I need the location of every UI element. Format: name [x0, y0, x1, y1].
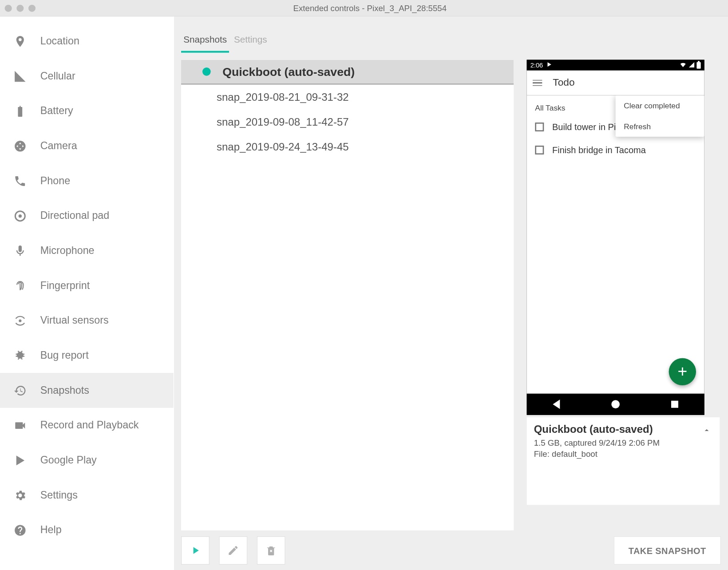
app-title: Todo	[553, 77, 574, 89]
detail-title: Quickboot (auto-saved)	[534, 423, 713, 435]
sidebar-item-label: Location	[40, 35, 79, 48]
checkbox-icon[interactable]	[535, 123, 544, 131]
sidebar-item-label: Google Play	[40, 454, 97, 467]
sidebar-item-virtual-sensors[interactable]: Virtual sensors	[0, 303, 174, 338]
fingerprint-icon	[13, 278, 27, 293]
sidebar-item-snapshots[interactable]: Snapshots	[0, 373, 174, 408]
snapshot-row[interactable]: snap_2019-08-21_09-31-32	[181, 85, 514, 110]
sidebar-item-label: Directional pad	[40, 210, 110, 222]
body: Location Cellular Battery Camera Phone D…	[0, 16, 728, 570]
sidebar-item-microphone[interactable]: Microphone	[0, 233, 174, 268]
play-store-icon	[546, 62, 552, 69]
expand-toggle[interactable]	[702, 426, 711, 438]
menu-item-clear[interactable]: Clear completed	[616, 95, 704, 116]
sensors-icon	[13, 313, 27, 328]
app-toolbar: Todo	[527, 71, 704, 95]
snapshot-header-label: Quickboot (auto-saved)	[222, 65, 355, 79]
sidebar-item-phone[interactable]: Phone	[0, 163, 174, 198]
sidebar-item-settings[interactable]: Settings	[0, 478, 174, 513]
sidebar-item-location[interactable]: Location	[0, 24, 174, 59]
cellular-icon	[13, 69, 27, 83]
snapshot-name: snap_2019-09-24_13-49-45	[217, 141, 349, 153]
sidebar-item-google-play[interactable]: Google Play	[0, 443, 174, 478]
gear-icon	[13, 488, 27, 502]
back-button-icon[interactable]	[553, 400, 560, 409]
dpad-icon	[13, 209, 27, 223]
svg-point-1	[19, 214, 22, 217]
recents-button-icon[interactable]	[671, 401, 678, 408]
checkbox-icon[interactable]	[535, 146, 544, 154]
location-icon	[13, 34, 27, 48]
sidebar-item-label: Snapshots	[40, 384, 89, 396]
phone-icon	[13, 174, 27, 188]
trash-icon	[265, 545, 277, 557]
take-snapshot-button[interactable]: TAKE SNAPSHOT	[613, 536, 721, 565]
wifi-icon	[680, 61, 687, 69]
fab-add[interactable]: +	[669, 358, 696, 385]
snapshot-row[interactable]: snap_2019-09-08_11-42-57	[181, 110, 514, 135]
zoom-dot[interactable]	[28, 4, 36, 12]
sidebar-item-label: Record and Playback	[40, 419, 139, 431]
window-title: Extended controls - Pixel_3_API_28:5554	[36, 3, 728, 12]
sidebar: Location Cellular Battery Camera Phone D…	[0, 16, 174, 570]
sidebar-item-help[interactable]: Help	[0, 513, 174, 548]
snapshot-area: Quickboot (auto-saved) snap_2019-08-21_0…	[174, 53, 728, 530]
edit-snapshot-button[interactable]	[219, 536, 247, 565]
sidebar-item-cellular[interactable]: Cellular	[0, 59, 174, 94]
sidebar-item-fingerprint[interactable]: Fingerprint	[0, 268, 174, 303]
microphone-icon	[13, 244, 27, 258]
sidebar-item-battery[interactable]: Battery	[0, 94, 174, 129]
menu-item-refresh[interactable]: Refresh	[616, 116, 704, 137]
bug-icon	[13, 348, 27, 363]
snapshot-header-row[interactable]: Quickboot (auto-saved)	[181, 60, 514, 85]
delete-snapshot-button[interactable]	[257, 536, 285, 565]
cellular-signal-icon	[688, 61, 695, 69]
close-dot[interactable]	[5, 4, 12, 12]
task-label: Finish bridge in Tacoma	[552, 145, 646, 155]
status-time: 2:06	[530, 62, 543, 69]
tab-settings[interactable]: Settings	[232, 30, 269, 53]
android-navbar	[527, 394, 704, 415]
plus-icon: +	[677, 362, 687, 381]
task-label: Build tower in Pisa	[552, 122, 625, 132]
play-snapshot-button[interactable]	[181, 536, 210, 565]
task-row[interactable]: Finish bridge in Tacoma	[527, 140, 704, 163]
sidebar-item-label: Battery	[40, 105, 73, 117]
preview-column: 2:06 Todo	[527, 60, 721, 530]
sidebar-item-camera[interactable]: Camera	[0, 128, 174, 163]
record-icon	[13, 418, 27, 432]
traffic-lights	[5, 4, 36, 12]
sidebar-item-dpad[interactable]: Directional pad	[0, 198, 174, 234]
battery-icon	[696, 62, 700, 68]
home-button-icon[interactable]	[611, 400, 620, 408]
phone-preview: 2:06 Todo	[527, 60, 704, 415]
sidebar-item-label: Microphone	[40, 245, 95, 257]
sidebar-item-record-playback[interactable]: Record and Playback	[0, 408, 174, 443]
detail-meta: 1.5 GB, captured 9/24/19 2:06 PM	[534, 437, 713, 448]
snapshot-row[interactable]: snap_2019-09-24_13-49-45	[181, 135, 514, 159]
sidebar-item-label: Cellular	[40, 70, 75, 82]
sidebar-item-label: Bug report	[40, 349, 89, 362]
sidebar-item-bug-report[interactable]: Bug report	[0, 338, 174, 373]
sidebar-item-label: Virtual sensors	[40, 314, 109, 327]
active-indicator-dot	[202, 67, 211, 76]
sidebar-item-label: Settings	[40, 489, 78, 501]
snapshot-list: Quickboot (auto-saved) snap_2019-08-21_0…	[181, 60, 514, 530]
hamburger-icon[interactable]	[533, 80, 542, 86]
tabs: Snapshots Settings	[174, 16, 728, 52]
snapshot-name: snap_2019-09-08_11-42-57	[217, 116, 349, 128]
titlebar: Extended controls - Pixel_3_API_28:5554	[0, 0, 728, 16]
tab-snapshots[interactable]: Snapshots	[181, 30, 229, 53]
android-statusbar: 2:06	[527, 60, 704, 71]
minimize-dot[interactable]	[16, 4, 24, 12]
sidebar-item-label: Phone	[40, 174, 70, 187]
snapshot-name: snap_2019-08-21_09-31-32	[217, 91, 349, 103]
main-panel: Snapshots Settings Quickboot (auto-saved…	[174, 16, 728, 570]
sidebar-item-label: Camera	[40, 140, 77, 152]
window-root: Extended controls - Pixel_3_API_28:5554 …	[0, 0, 728, 570]
battery-icon	[13, 104, 27, 118]
snapshot-detail-panel: Quickboot (auto-saved) 1.5 GB, captured …	[527, 417, 720, 505]
help-icon	[13, 523, 27, 537]
sidebar-item-label: Help	[40, 524, 62, 536]
detail-file: File: default_boot	[534, 449, 713, 460]
